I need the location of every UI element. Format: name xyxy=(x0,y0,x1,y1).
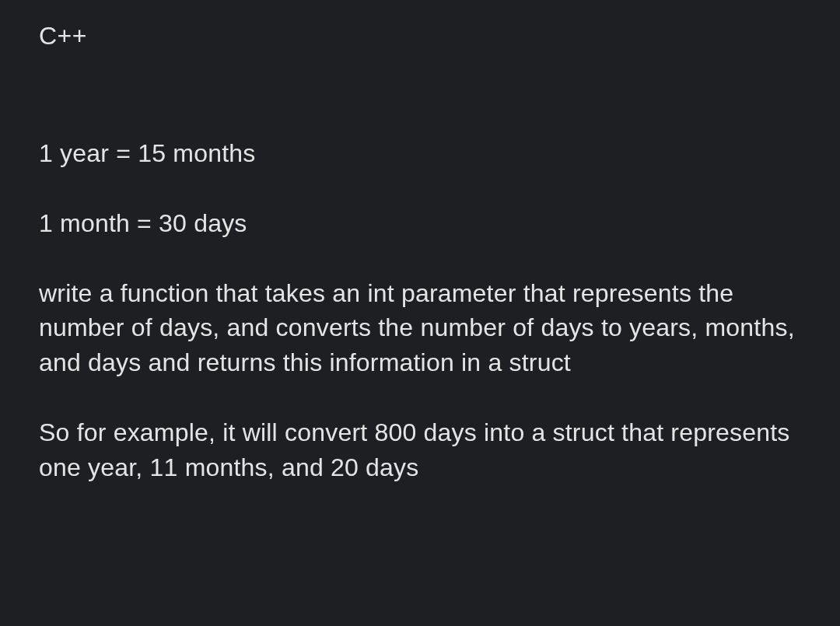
paragraph-4: So for example, it will convert 800 days… xyxy=(39,415,801,485)
paragraph-1: 1 year = 15 months xyxy=(39,136,801,171)
paragraph-2: 1 month = 30 days xyxy=(39,206,801,241)
document-title: C++ xyxy=(39,22,801,51)
paragraph-3: write a function that takes an int param… xyxy=(39,276,801,380)
